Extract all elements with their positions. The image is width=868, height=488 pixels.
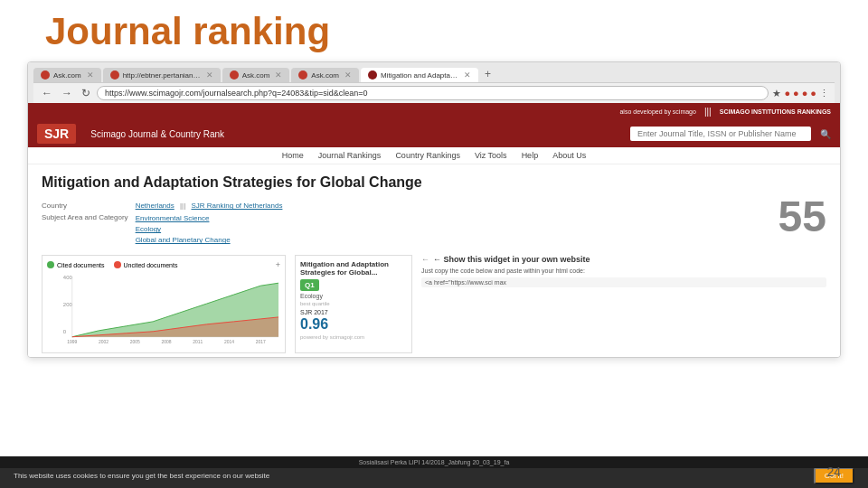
bottom-section: Cited documents Uncited documents + 400 … bbox=[28, 251, 840, 357]
show-widget-label: ← Show this widget in your own website bbox=[433, 255, 590, 264]
article-title: Mitigation and Adaptation Strategies for… bbox=[42, 174, 769, 192]
tab-favicon-1 bbox=[110, 70, 119, 80]
sjr-institutions-label: SCIMAGO INSTITUTIONS RANKINGS bbox=[720, 108, 831, 115]
tab-label-2: Ask.com bbox=[242, 71, 270, 80]
sjr-rank-number: 55 bbox=[778, 174, 826, 241]
sjr-menu-item-country-rankings[interactable]: Country Rankings bbox=[395, 151, 460, 160]
tab-close-0[interactable]: ✕ bbox=[87, 70, 94, 80]
widget-category: Ecology bbox=[300, 293, 407, 299]
browser-tab-1[interactable]: http://ebtner.pertanian.go.id/ ... ✕ bbox=[103, 68, 221, 82]
browser-tab-2[interactable]: Ask.com ✕ bbox=[222, 68, 290, 82]
country-ranking-link[interactable]: SJR Ranking of Netherlands bbox=[191, 202, 282, 210]
sjr-logo[interactable]: SJR bbox=[37, 124, 76, 144]
sjr-brand: Scimago Journal & Country Rank bbox=[90, 129, 224, 139]
tab-bar: Ask.com ✕ http://ebtner.pertanian.go.id/… bbox=[33, 66, 835, 82]
extension-icon2[interactable]: ● bbox=[793, 88, 799, 99]
arrow-icon: ← bbox=[421, 255, 429, 264]
sjr-menu: HomeJournal RankingsCountry RankingsViz … bbox=[28, 147, 840, 164]
widget-code-snippet[interactable]: <a href="https://www.sci max bbox=[421, 277, 826, 287]
browser-tab-0[interactable]: Ask.com ✕ bbox=[33, 68, 101, 82]
browser-chrome: Ask.com ✕ http://ebtner.pertanian.go.id/… bbox=[28, 62, 840, 103]
back-button[interactable]: ← bbox=[39, 86, 55, 100]
svg-text:2002: 2002 bbox=[99, 340, 108, 344]
svg-text:2005: 2005 bbox=[130, 340, 140, 344]
tab-close-1[interactable]: ✕ bbox=[206, 70, 213, 80]
forward-button[interactable]: → bbox=[59, 86, 75, 100]
address-input[interactable] bbox=[97, 86, 769, 100]
tab-close-3[interactable]: ✕ bbox=[344, 70, 352, 80]
chart-area: Cited documents Uncited documents + 400 … bbox=[42, 255, 286, 353]
presentation-info: Sosialisasi Perka LIPI 14/2018_Jabfung 2… bbox=[359, 459, 510, 465]
cited-dot bbox=[47, 261, 54, 268]
tab-close-2[interactable]: ✕ bbox=[275, 70, 282, 80]
svg-text:2017: 2017 bbox=[256, 340, 266, 344]
extension-icon3[interactable]: ● bbox=[802, 88, 808, 99]
svg-text:2008: 2008 bbox=[161, 340, 171, 344]
reload-button[interactable]: ↻ bbox=[79, 86, 93, 100]
sjr-header-right: also developed by scimago ||| SCIMAGO IN… bbox=[619, 107, 831, 117]
tab-label-0: Ask.com bbox=[53, 71, 81, 80]
widget-best-quartile: best quartile bbox=[300, 301, 407, 306]
chart-legend: Cited documents Uncited documents + bbox=[47, 260, 280, 269]
menu-icon[interactable]: ⋮ bbox=[819, 88, 829, 99]
tab-close-4[interactable]: ✕ bbox=[464, 70, 471, 80]
show-widget-description: Just copy the code below and paste withi… bbox=[421, 267, 826, 274]
legend-uncited: Uncited documents bbox=[114, 260, 178, 269]
article-left: Mitigation and Adaptation Strategies for… bbox=[42, 174, 769, 246]
extension-icon4[interactable]: ● bbox=[810, 88, 816, 99]
sjr-also-developed: also developed by scimago bbox=[619, 108, 695, 115]
add-tab-button[interactable]: + bbox=[480, 66, 495, 82]
cookie-text: This website uses cookies to ensure you … bbox=[14, 472, 814, 480]
subject-label: Subject Area and Category bbox=[42, 213, 128, 246]
sjr-header: also developed by scimago ||| SCIMAGO IN… bbox=[28, 103, 840, 120]
tab-label-4: Mitigation and Adaptation Strat... bbox=[381, 71, 458, 80]
title-area: Journal ranking bbox=[0, 0, 868, 61]
browser-tab-3[interactable]: Ask.com ✕ bbox=[291, 68, 359, 82]
address-bar: ← → ↻ ★ ● ● ● ● ⋮ bbox=[33, 82, 835, 103]
tab-favicon-4 bbox=[368, 70, 377, 80]
chart-add-icon[interactable]: + bbox=[276, 260, 280, 269]
widget-area: Mitigation and Adaptation Strategies for… bbox=[295, 255, 412, 353]
search-icon[interactable]: 🔍 bbox=[820, 129, 831, 139]
footer-bottom: Sosialisasi Perka LIPI 14/2018_Jabfung 2… bbox=[0, 456, 868, 468]
divider-icon: ||| bbox=[704, 107, 712, 117]
subject-value-1[interactable]: Environmental Science bbox=[136, 213, 769, 224]
tab-favicon-3 bbox=[298, 70, 307, 80]
uncited-label: Uncited documents bbox=[124, 262, 178, 268]
tab-label-1: http://ebtner.pertanian.go.id/ ... bbox=[123, 71, 201, 80]
subject-value-2[interactable]: Ecology bbox=[136, 224, 769, 235]
bookmark-icon[interactable]: ★ bbox=[772, 88, 781, 99]
extension-icon[interactable]: ● bbox=[784, 88, 790, 99]
widget-powered: powered by scimagojr.com bbox=[300, 334, 407, 340]
subject-value-3[interactable]: Global and Planetary Change bbox=[136, 235, 769, 246]
flag-icon: ||| bbox=[180, 202, 185, 210]
uncited-dot bbox=[114, 261, 121, 268]
sjr-menu-item-journal-rankings[interactable]: Journal Rankings bbox=[318, 151, 382, 160]
country-name[interactable]: Netherlands bbox=[136, 202, 175, 210]
svg-text:1999: 1999 bbox=[67, 340, 77, 344]
sjr-menu-item-home[interactable]: Home bbox=[282, 151, 304, 160]
sjr-menu-item-viz-tools[interactable]: Viz Tools bbox=[475, 151, 507, 160]
browser-actions: ★ ● ● ● ● ⋮ bbox=[772, 88, 829, 99]
sjr-nav-bar: SJR Scimago Journal & Country Rank 🔍 bbox=[28, 120, 840, 147]
browser-window: Ask.com ✕ http://ebtner.pertanian.go.id/… bbox=[27, 61, 841, 358]
cited-label: Cited documents bbox=[57, 262, 105, 268]
widget-sjr-label: SJR 2017 bbox=[300, 309, 407, 315]
tab-favicon-2 bbox=[230, 70, 239, 80]
website-content: also developed by scimago ||| SCIMAGO IN… bbox=[28, 103, 840, 357]
tab-label-3: Ask.com bbox=[311, 71, 339, 80]
country-label: Country bbox=[42, 202, 128, 210]
sjr-menu-item-help[interactable]: Help bbox=[522, 151, 539, 160]
chart-svg: 400 200 0 1999 2002 2005 2008 bbox=[47, 272, 280, 344]
sjr-menu-item-about-us[interactable]: About Us bbox=[552, 151, 586, 160]
widget-sjr-value: 0.96 bbox=[300, 316, 407, 333]
svg-text:2011: 2011 bbox=[193, 340, 203, 344]
country-value: Netherlands ||| SJR Ranking of Netherlan… bbox=[136, 202, 769, 210]
article-section: Mitigation and Adaptation Strategies for… bbox=[28, 164, 840, 251]
journal-search-input[interactable] bbox=[630, 127, 811, 141]
show-widget: ← ← Show this widget in your own website… bbox=[421, 255, 826, 353]
widget-q1-badge: Q1 bbox=[300, 279, 319, 291]
subject-values: Environmental Science Ecology Global and… bbox=[136, 213, 769, 246]
svg-text:0: 0 bbox=[63, 329, 67, 334]
browser-tab-4[interactable]: Mitigation and Adaptation Strat... ✕ bbox=[361, 68, 478, 82]
